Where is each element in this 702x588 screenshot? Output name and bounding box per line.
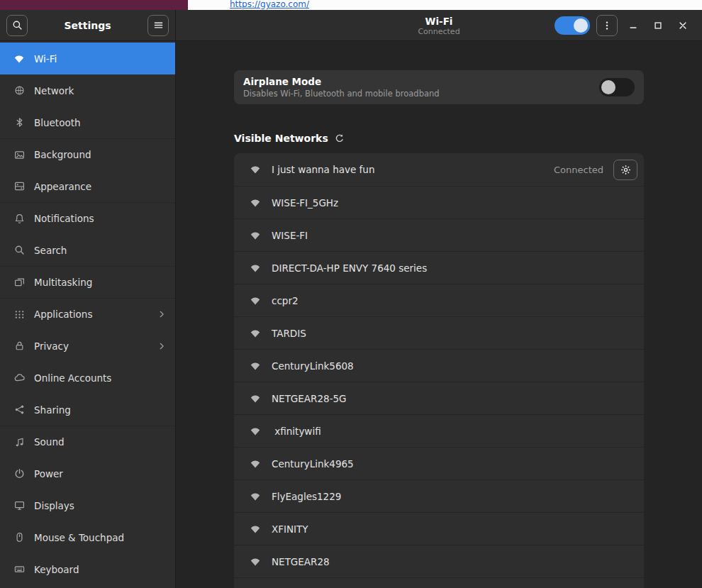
network-settings-button[interactable] (613, 160, 637, 180)
network-ssid: I just wanna have fun (272, 164, 374, 175)
sidebar-item-label: Sound (34, 436, 65, 448)
sidebar-item-label: Background (34, 149, 91, 160)
sidebar-item-displays[interactable]: Displays (0, 489, 175, 521)
wifi-signal-icon (250, 426, 261, 437)
network-row[interactable]: CenturyLink5608 (234, 349, 644, 382)
sidebar-item-keyboard[interactable]: Keyboard (0, 553, 175, 585)
search-button[interactable] (6, 15, 28, 36)
background-app-strip (0, 0, 188, 10)
sharing-icon (13, 404, 25, 416)
sidebar-item-label: Sharing (34, 404, 71, 416)
wifi-signal-icon (250, 556, 261, 567)
sidebar-item-label: Applications (34, 309, 92, 320)
sidebar-item-wi-fi[interactable]: Wi-Fi (0, 43, 175, 74)
network-row[interactable]: WISE-FI_5GHz (234, 186, 644, 218)
network-row[interactable]: FlyEagles1229 (234, 479, 644, 512)
network-icon (13, 85, 25, 96)
network-row[interactable]: WISE-FI (234, 218, 644, 251)
wifi-signal-icon (250, 360, 261, 372)
wifi-signal-icon (250, 230, 261, 241)
main-menu-button[interactable] (147, 15, 169, 36)
sidebar-item-sharing[interactable]: Sharing (0, 394, 175, 426)
chevron-right-icon (157, 309, 167, 319)
airplane-mode-subtitle: Disables Wi-Fi, Bluetooth and mobile bro… (243, 89, 440, 99)
airplane-mode-toggle[interactable] (599, 78, 635, 96)
hamburger-icon (153, 20, 164, 30)
screen: https://gyazo.com/ Settings Wi-Fi Connec… (0, 0, 702, 588)
network-row[interactable]: DIRECT-DA-HP ENVY 7640 series (234, 251, 644, 284)
sidebar-item-privacy[interactable]: Privacy (0, 330, 175, 362)
wifi-signal-icon (250, 164, 261, 175)
mouse-icon (13, 532, 25, 543)
browser-url[interactable]: https://gyazo.com/ (230, 0, 309, 9)
appearance-icon (13, 181, 25, 192)
toggle-knob (574, 18, 588, 33)
kebab-menu-icon (602, 21, 612, 30)
sidebar-item-network[interactable]: Network (0, 74, 175, 106)
sidebar-item-multitasking[interactable]: Multitasking (0, 266, 175, 298)
sidebar-item-label: Online Accounts (34, 372, 111, 384)
minimize-icon (628, 21, 638, 30)
search-icon (13, 245, 25, 256)
network-ssid: CenturyLink5608 (272, 360, 354, 372)
network-row[interactable]: NETGEAR28-5G (234, 382, 644, 414)
maximize-icon (653, 21, 663, 30)
sidebar-item-power[interactable]: Power (0, 457, 175, 489)
wifi-signal-icon (250, 262, 261, 274)
network-row[interactable] (234, 577, 644, 588)
sidebar-item-label: Appearance (34, 181, 91, 192)
chevron-right-icon (157, 341, 167, 351)
background-browser-strip: https://gyazo.com/ (0, 0, 702, 10)
more-options-button[interactable] (596, 15, 618, 36)
minimize-button[interactable] (624, 16, 642, 35)
sidebar-item-bluetooth[interactable]: Bluetooth (0, 106, 175, 138)
notifications-icon (13, 213, 25, 224)
bluetooth-icon (13, 117, 25, 128)
network-row[interactable]: xfinitywifi (234, 414, 644, 447)
power-icon (13, 468, 25, 479)
network-row[interactable]: CenturyLink4965 (234, 447, 644, 479)
wifi-signal-icon (250, 197, 261, 209)
toggle-knob (601, 80, 615, 94)
network-row[interactable]: NETGEAR28 (234, 545, 644, 577)
network-ssid: DIRECT-DA-HP ENVY 7640 series (272, 262, 427, 274)
network-ssid: FlyEagles1229 (272, 491, 341, 502)
network-ssid: NETGEAR28-5G (272, 393, 347, 404)
network-row[interactable]: TARDIS (234, 316, 644, 349)
page-title: Wi-Fi (418, 15, 459, 26)
network-ssid: CenturyLink4965 (272, 458, 354, 470)
sidebar-headerbar: Settings (0, 10, 176, 41)
network-row[interactable]: XFINITY (234, 512, 644, 545)
sidebar-item-appearance[interactable]: Appearance (0, 170, 175, 202)
visible-networks-heading: Visible Networks (234, 133, 328, 144)
maximize-button[interactable] (649, 16, 667, 35)
page-subtitle: Connected (418, 26, 459, 35)
airplane-mode-title: Airplane Mode (243, 76, 440, 87)
wifi-signal-icon (250, 393, 261, 404)
sidebar-item-notifications[interactable]: Notifications (0, 202, 175, 234)
settings-window: Settings Wi-Fi Connected (0, 10, 702, 588)
network-row[interactable]: I just wanna have fun Connected (234, 153, 644, 186)
sidebar-item-sound[interactable]: Sound (0, 426, 175, 457)
sidebar-item-applications[interactable]: Applications (0, 298, 175, 330)
close-button[interactable] (674, 16, 692, 35)
sidebar-item-background[interactable]: Background (0, 138, 175, 170)
browser-urlbar-strip: https://gyazo.com/ (188, 0, 702, 10)
network-status: Connected (554, 165, 603, 175)
network-list: I just wanna have fun Connected WISE-FI_… (234, 153, 644, 588)
content-headerbar: Wi-Fi Connected (176, 10, 702, 41)
refresh-icon[interactable] (335, 133, 345, 143)
close-icon (678, 21, 688, 30)
network-ssid: NETGEAR28 (272, 556, 330, 567)
wifi-toggle[interactable] (555, 16, 590, 35)
network-row[interactable]: ccpr2 (234, 284, 644, 316)
sidebar: Wi-Fi Network Bluetooth Background Appea… (0, 41, 176, 588)
sound-icon (13, 436, 25, 448)
sidebar-item-mouse-touchpad[interactable]: Mouse & Touchpad (0, 521, 175, 553)
sidebar-item-online-accounts[interactable]: Online Accounts (0, 362, 175, 394)
sidebar-item-label: Displays (34, 500, 74, 511)
sidebar-item-search[interactable]: Search (0, 234, 175, 266)
wifi-signal-icon (250, 458, 261, 470)
privacy-icon (13, 340, 25, 352)
wifi-signal-icon (250, 295, 261, 306)
